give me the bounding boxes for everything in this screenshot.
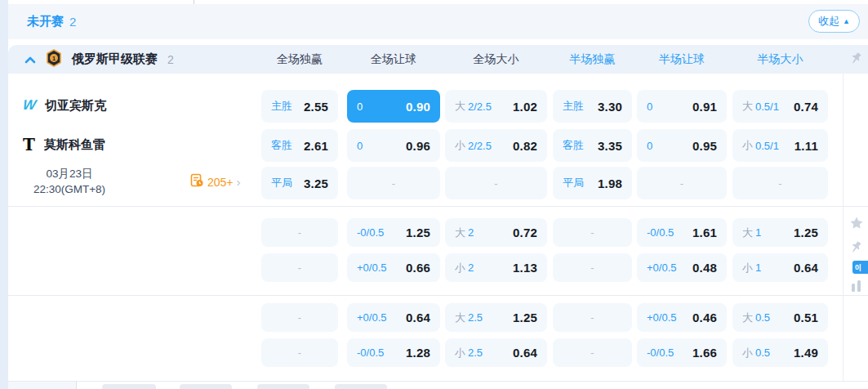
section-divider: [8, 206, 868, 207]
odds-ht-handicap-home[interactable]: 0 0.91: [637, 90, 727, 123]
match-datetime: 03月23日 22:30(GMT+8): [11, 166, 127, 197]
odds-ht-1x2-home[interactable]: 主胜 3.30: [553, 90, 632, 123]
odds-ft-under[interactable]: 小2/2.5 0.82: [445, 129, 547, 162]
loading-pill: [180, 384, 232, 389]
column-header-ht-1x2: 半场独赢: [553, 45, 632, 74]
odds-empty-cell: -: [553, 218, 632, 247]
page-left-gutter: [0, 0, 8, 389]
odds-ft-handicap-alt-away[interactable]: +0/0.5 0.66: [347, 253, 440, 282]
odds-ht-handicap-alt2-away[interactable]: -0/0.5 1.66: [637, 338, 727, 367]
chevron-right-icon: ›: [237, 176, 241, 188]
odds-empty-cell: -: [553, 303, 632, 332]
odds-ft-1x2-away[interactable]: 客胜 2.61: [261, 129, 338, 162]
section-count: 2: [69, 15, 76, 29]
odds-ft-handicap-alt-home[interactable]: -0/0.5 1.25: [347, 218, 440, 247]
odds-ft-over-alt[interactable]: 大2 0.72: [445, 218, 547, 247]
column-header-ft-1x2: 全场独赢: [261, 45, 338, 74]
odds-empty-cell: -: [261, 338, 338, 367]
home-team-logo: W: [22, 97, 38, 114]
odds-ht-handicap-alt-home[interactable]: -0/0.5 1.61: [637, 218, 727, 247]
section-bar-not-started: 未开赛 2: [8, 4, 868, 39]
odds-empty-cell: -: [732, 167, 828, 199]
svg-text:1: 1: [52, 55, 56, 62]
odds-ft-over-alt2[interactable]: 大2.5 1.25: [445, 303, 547, 332]
odds-empty-cell: -: [261, 253, 338, 282]
match-time: 22:30(GMT+8): [11, 181, 127, 197]
column-header-ht-ou: 半场大小: [732, 45, 828, 74]
odds-ht-under-alt2[interactable]: 小0.5 1.49: [732, 338, 828, 367]
loading-pill: [257, 384, 309, 389]
league-logo-icon: 1: [46, 49, 62, 70]
away-team-name: 莫斯科鱼雷: [44, 137, 105, 153]
betting-screen: 未开赛 2 收起 ▲ 1 俄罗斯甲级联赛 2 全场独赢 全场让球 全场大小 半场…: [0, 0, 868, 389]
more-markets-link[interactable]: 205+ ›: [190, 173, 241, 190]
match-date: 03月23日: [11, 166, 127, 181]
column-header-ft-ou: 全场大小: [445, 45, 547, 74]
odds-ht-over[interactable]: 大0.5/1 0.74: [732, 90, 828, 123]
markets-count: 205+: [207, 176, 234, 189]
odds-ht-1x2-away[interactable]: 客胜 3.35: [553, 129, 632, 162]
odds-empty-cell: -: [553, 253, 632, 282]
away-team[interactable]: T 莫斯科鱼雷: [23, 133, 105, 156]
odds-ft-handicap-alt2-away[interactable]: -0/0.5 1.28: [347, 338, 440, 367]
odds-empty-cell: -: [637, 167, 727, 199]
rail-divider: [843, 74, 844, 381]
column-header-ft-handicap: 全场让球: [347, 45, 440, 74]
collapse-arrow-icon: ▲: [843, 18, 850, 25]
section-title: 未开赛: [27, 14, 64, 29]
odds-ft-over[interactable]: 大2/2.5 1.02: [445, 90, 547, 123]
odds-ft-under-alt[interactable]: 小2 1.13: [445, 253, 547, 282]
odds-ft-handicap-away[interactable]: 0 0.96: [347, 129, 440, 162]
next-row-divider: [76, 382, 77, 389]
odds-ht-handicap-alt-away[interactable]: +0/0.5 0.48: [637, 253, 727, 282]
loading-pill: [102, 384, 156, 389]
star-icon[interactable]: [849, 216, 864, 234]
league-toggle[interactable]: 1 俄罗斯甲级联赛 2: [24, 45, 174, 74]
loading-pill: [335, 384, 387, 389]
away-team-logo: T: [23, 136, 35, 153]
odds-ht-handicap-alt2-home[interactable]: +0/0.5 0.46: [637, 303, 727, 332]
home-team[interactable]: W 切亚宾斯克: [23, 94, 106, 117]
odds-empty-cell: -: [261, 218, 338, 247]
next-row-left-cell: [8, 382, 76, 389]
pushpin-icon[interactable]: [849, 240, 863, 257]
odds-empty-cell: -: [445, 167, 547, 199]
odds-ht-over-alt2[interactable]: 大0.5 0.51: [732, 303, 828, 332]
collapse-button[interactable]: 收起 ▲: [808, 10, 860, 33]
odds-ht-over-alt[interactable]: 大1 1.25: [732, 218, 828, 247]
section-divider: [8, 381, 868, 382]
odds-ft-under-alt2[interactable]: 小2.5 0.64: [445, 338, 547, 367]
section-divider: [8, 295, 868, 296]
home-team-name: 切亚宾斯克: [45, 98, 106, 114]
column-header-ht-handicap: 半场让球: [637, 45, 727, 74]
bar-chart-icon[interactable]: [851, 279, 862, 296]
odds-ht-under[interactable]: 小0.5/1 1.11: [732, 129, 828, 162]
chevron-up-icon[interactable]: [24, 52, 36, 67]
odds-ht-under-alt[interactable]: 小1 0.64: [732, 253, 828, 282]
markets-list-icon: [190, 173, 204, 190]
odds-empty-cell: -: [553, 338, 632, 367]
odds-empty-cell: -: [347, 167, 440, 199]
odds-empty-cell: -: [261, 303, 338, 332]
odds-ft-1x2-draw[interactable]: 平局 3.25: [261, 167, 338, 199]
odds-format-badge[interactable]: 0|: [852, 261, 868, 274]
league-name: 俄罗斯甲级联赛: [72, 51, 158, 67]
odds-ft-handicap-alt2-home[interactable]: +0/0.5 0.64: [347, 303, 440, 332]
odds-ht-1x2-draw[interactable]: 平局 1.98: [553, 167, 632, 199]
odds-ht-handicap-away[interactable]: 0 0.95: [637, 129, 727, 162]
league-match-count: 2: [167, 53, 174, 66]
collapse-label: 收起: [818, 14, 839, 29]
odds-ft-1x2-home[interactable]: 主胜 2.55: [261, 90, 338, 123]
odds-ft-handicap-home-selected[interactable]: 0 0.90: [347, 90, 440, 123]
pushpin-icon[interactable]: [849, 51, 863, 69]
